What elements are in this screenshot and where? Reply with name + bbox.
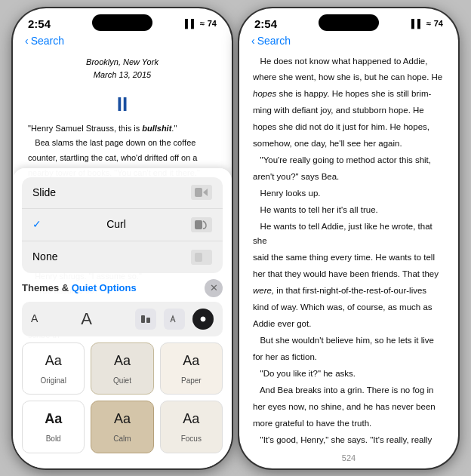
slide-label: Slide (32, 185, 56, 201)
slide-options: Slide ✓ Curl None (22, 177, 223, 273)
svg-rect-1 (195, 220, 202, 229)
location-line1: Brooklyn, New York (28, 56, 217, 69)
theme-bold-label: Bold (46, 433, 61, 445)
check-icon: ✓ (32, 217, 42, 233)
back-button-left[interactable]: ‹ Search (25, 35, 64, 47)
status-icons-right: ▌▌ ≈ 74 (411, 19, 443, 28)
font-icon-2[interactable] (164, 309, 185, 330)
svg-rect-2 (195, 253, 202, 262)
theme-focus-label: Focus (181, 433, 202, 445)
curl-icon (191, 217, 212, 232)
themes-title: Themes & Quiet Options (22, 281, 137, 296)
back-button-right[interactable]: ‹ Search (251, 35, 291, 47)
nav-bar-left: ‹ Search (13, 33, 232, 50)
wifi-icon-right: ≈ (426, 19, 431, 28)
book-content-left: Brooklyn, New York March 13, 2015 II "He… (13, 50, 232, 468)
chevron-left-icon-right: ‹ (251, 35, 255, 47)
font-icons (135, 309, 214, 330)
book-location: Brooklyn, New York March 13, 2015 (28, 56, 217, 81)
theme-quiet-label: Quiet (113, 375, 131, 387)
right-phone: 2:54 ▌▌ ≈ 74 ‹ Search He does not know w… (239, 8, 458, 468)
theme-calm-sample: Aa (114, 409, 131, 430)
theme-calm[interactable]: Aa Calm (91, 401, 153, 453)
theme-original-sample: Aa (45, 351, 62, 372)
battery-icon-right: 74 (434, 19, 443, 28)
close-button[interactable]: ✕ (205, 279, 223, 297)
signal-icon: ▌▌ (185, 19, 197, 28)
page-number: 524 (239, 450, 458, 468)
time-left: 2:54 (28, 17, 51, 30)
quiet-options-link[interactable]: Quiet Options (72, 282, 137, 293)
theme-bold-sample: Aa (45, 409, 62, 430)
wifi-icon: ≈ (200, 19, 205, 28)
status-icons-left: ▌▌ ≈ 74 (185, 19, 217, 28)
font-large-a: A (81, 306, 92, 332)
left-phone: 2:54 ▌▌ ≈ 74 ‹ Search Brooklyn, New York… (13, 8, 232, 468)
chevron-left-icon: ‹ (25, 35, 29, 47)
svg-rect-0 (195, 188, 202, 197)
curl-label: Curl (106, 217, 126, 233)
brightness-icon[interactable] (192, 309, 214, 330)
panel-overlay: Slide ✓ Curl None (13, 168, 232, 468)
theme-paper[interactable]: Aa Paper (160, 342, 223, 395)
reading-content: He does not know what happened to Addie,… (239, 50, 458, 450)
theme-bold[interactable]: Aa Bold (22, 401, 85, 453)
theme-paper-sample: Aa (183, 351, 199, 372)
font-size-row: A A (22, 302, 223, 336)
slide-icon (191, 185, 212, 200)
slide-option-curl[interactable]: ✓ Curl (22, 209, 223, 241)
none-icon (191, 250, 212, 265)
theme-focus[interactable]: Aa Focus (160, 401, 223, 453)
theme-focus-sample: Aa (183, 409, 199, 430)
time-right: 2:54 (254, 17, 277, 30)
signal-icon-right: ▌▌ (411, 19, 423, 28)
theme-paper-label: Paper (181, 375, 202, 387)
theme-original[interactable]: Aa Original (22, 342, 85, 395)
theme-quiet[interactable]: Aa Quiet (91, 342, 153, 395)
themes-grid: Aa Original Aa Quiet Aa Paper Aa Bold (22, 342, 223, 453)
svg-rect-4 (146, 318, 150, 323)
slide-option-none[interactable]: None (22, 241, 223, 273)
svg-rect-3 (141, 315, 145, 323)
theme-calm-label: Calm (113, 433, 131, 445)
font-icon-1[interactable] (135, 309, 156, 330)
dynamic-island-right (319, 14, 379, 31)
none-label: None (32, 249, 57, 266)
dynamic-island (92, 14, 152, 31)
location-line2: March 13, 2015 (28, 69, 217, 81)
theme-quiet-sample: Aa (114, 351, 131, 372)
slide-option-slide[interactable]: Slide (22, 177, 223, 210)
font-small-a: A (31, 311, 38, 327)
themes-header: Themes & Quiet Options ✕ (22, 279, 223, 297)
nav-bar-right: ‹ Search (239, 33, 458, 50)
battery-icon: 74 (208, 19, 217, 28)
theme-original-label: Original (40, 375, 66, 387)
chapter-number: II (28, 89, 217, 119)
